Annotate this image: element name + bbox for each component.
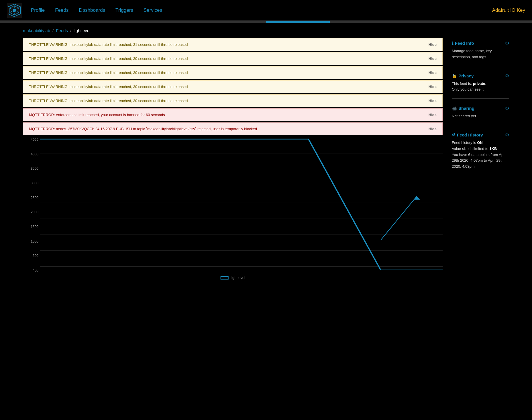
privacy-text: This feed is: private. [452, 81, 509, 87]
main-layout: THROTTLE WARNING: makeabilitylab data ra… [0, 38, 532, 281]
sharing-section: 📹 Sharing ⚙ Not shared yet [452, 106, 509, 125]
alert-4-hide-btn[interactable]: Hide [429, 99, 437, 103]
history-icon: ↺ [452, 132, 455, 137]
lock-icon: 🔒 [452, 73, 457, 78]
privacy-gear-icon[interactable]: ⚙ [505, 73, 509, 79]
svg-marker-21 [414, 196, 420, 200]
nav-links: Profile Feeds Dashboards Triggers Servic… [31, 7, 492, 13]
privacy-title: 🔒 Privacy [452, 73, 474, 78]
legend-label: lightlevel [231, 276, 245, 280]
info-icon: ℹ [452, 41, 453, 46]
right-sidebar: ℹ Feed Info ⚙ Manage feed name, key, des… [452, 38, 509, 281]
privacy-line1: This feed is: [452, 81, 472, 86]
left-column: THROTTLE WARNING: makeabilitylab data ra… [23, 38, 443, 281]
y-label-2000: 2000 [31, 210, 38, 214]
progress-bar-fill [266, 21, 330, 23]
navbar: Profile Feeds Dashboards Triggers Servic… [0, 0, 532, 21]
privacy-section: 🔒 Privacy ⚙ This feed is: private. Only … [452, 73, 509, 99]
breadcrumb-feeds[interactable]: Feeds [56, 28, 68, 33]
y-label-2500: 2500 [31, 196, 38, 200]
share-icon: 📹 [452, 106, 457, 111]
alert-1-text: THROTTLE WARNING: makeabilitylab data ra… [29, 56, 188, 61]
feed-history-size: Value size is limited to 1KB [452, 146, 509, 152]
alert-6-text: MQTT ERROR: aedes_357i30hVQCCh 24.16.207… [29, 127, 257, 131]
chart-y-labels: 4095 4000 3500 3000 2500 2000 1500 1000 … [23, 138, 40, 272]
y-label-1000: 1000 [31, 239, 38, 243]
alert-4-text: THROTTLE WARNING: makeabilitylab data ra… [29, 99, 188, 103]
feed-info-description: Manage feed name, key, description, and … [452, 48, 509, 60]
chart-svg-area [40, 138, 443, 272]
feed-info-title: ℹ Feed Info [452, 41, 474, 46]
alert-2: THROTTLE WARNING: makeabilitylab data ra… [23, 66, 443, 79]
alert-0-text: THROTTLE WARNING: makeabilitylab data ra… [29, 42, 188, 47]
feed-history-header: ↺ Feed History ⚙ [452, 132, 509, 138]
feed-history-on-label: ON [477, 140, 483, 145]
feed-history-gear-icon[interactable]: ⚙ [505, 132, 509, 138]
breadcrumb-current: lightlevel [74, 28, 90, 33]
sharing-header: 📹 Sharing ⚙ [452, 106, 509, 111]
feed-history-on: Feed history is ON [452, 140, 509, 146]
alert-3-text: THROTTLE WARNING: makeabilitylab data ra… [29, 85, 188, 89]
alert-4: THROTTLE WARNING: makeabilitylab data ra… [23, 94, 443, 107]
chart-legend: lightlevel [220, 276, 245, 280]
alert-5: MQTT ERROR: enforcement limit reached, y… [23, 108, 443, 121]
nav-profile[interactable]: Profile [31, 7, 45, 13]
alert-3-hide-btn[interactable]: Hide [429, 85, 437, 89]
feed-info-gear-icon[interactable]: ⚙ [505, 40, 509, 46]
breadcrumb-user[interactable]: makeabilitylab [23, 28, 50, 33]
legend-color-swatch [220, 276, 228, 280]
alert-0: THROTTLE WARNING: makeabilitylab data ra… [23, 38, 443, 51]
chart-svg [40, 138, 443, 272]
y-label-4000: 4000 [31, 152, 38, 156]
feed-history-data-points: You have 6 data points from April 29th 2… [452, 152, 509, 170]
alert-6-hide-btn[interactable]: Hide [429, 127, 437, 131]
progress-bar-container [0, 21, 532, 23]
feed-history-size-value: 1KB [489, 146, 497, 151]
y-label-4095: 4095 [31, 138, 38, 142]
y-label-3500: 3500 [31, 167, 38, 171]
feed-info-section: ℹ Feed Info ⚙ Manage feed name, key, des… [452, 40, 509, 66]
y-label-3000: 3000 [31, 181, 38, 185]
alert-6: MQTT ERROR: aedes_357i30hVQCCh 24.16.207… [23, 122, 443, 135]
alert-0-hide-btn[interactable]: Hide [429, 42, 437, 47]
privacy-private-label: private [473, 81, 485, 86]
y-label-500: 500 [33, 254, 38, 258]
alerts-container: THROTTLE WARNING: makeabilitylab data ra… [23, 38, 443, 135]
feed-history-title: ↺ Feed History [452, 132, 483, 137]
alert-1-hide-btn[interactable]: Hide [429, 56, 437, 61]
nav-dashboards[interactable]: Dashboards [79, 7, 105, 13]
breadcrumb-sep2: / [70, 28, 71, 33]
alert-5-text: MQTT ERROR: enforcement limit reached, y… [29, 113, 165, 117]
breadcrumb: makeabilitylab / Feeds / lightlevel [0, 23, 532, 38]
nav-triggers[interactable]: Triggers [115, 7, 133, 13]
alert-3: THROTTLE WARNING: makeabilitylab data ra… [23, 80, 443, 93]
y-label-1500: 1500 [31, 225, 38, 229]
alert-2-text: THROTTLE WARNING: makeabilitylab data ra… [29, 71, 188, 75]
y-label-400: 400 [33, 268, 38, 272]
logo[interactable] [7, 3, 22, 18]
breadcrumb-sep1: / [52, 28, 54, 33]
sharing-description: Not shared yet [452, 113, 509, 119]
privacy-header: 🔒 Privacy ⚙ [452, 73, 509, 79]
nav-services[interactable]: Services [144, 7, 162, 13]
api-key-button[interactable]: Adafruit IO Key [492, 7, 525, 13]
feed-info-header: ℹ Feed Info ⚙ [452, 40, 509, 46]
chart-container: 4095 4000 3500 3000 2500 2000 1500 1000 … [23, 138, 443, 281]
sharing-title: 📹 Sharing [452, 106, 474, 111]
alert-1: THROTTLE WARNING: makeabilitylab data ra… [23, 52, 443, 65]
nav-feeds[interactable]: Feeds [55, 7, 68, 13]
svg-point-3 [13, 9, 16, 12]
feed-history-size-label: Value size is limited to [452, 146, 488, 151]
sharing-gear-icon[interactable]: ⚙ [505, 106, 509, 111]
privacy-line2: Only you can see it. [452, 87, 509, 93]
feed-history-section: ↺ Feed History ⚙ Feed history is ON Valu… [452, 132, 509, 175]
alert-5-hide-btn[interactable]: Hide [429, 113, 437, 117]
alert-2-hide-btn[interactable]: Hide [429, 71, 437, 75]
